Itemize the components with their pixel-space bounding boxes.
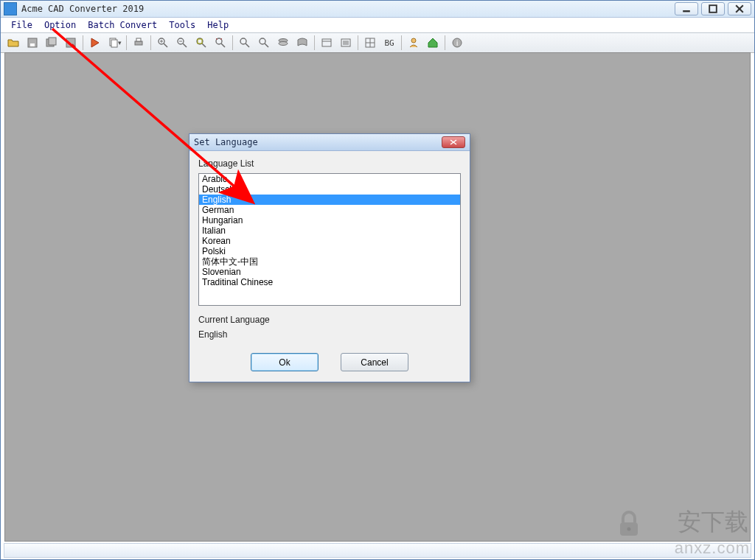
language-list-label: Language List (198, 158, 461, 169)
current-language-label: Current Language (198, 315, 461, 325)
svg-line-25 (221, 43, 225, 47)
svg-rect-7 (49, 38, 56, 45)
language-item[interactable]: Arabic (199, 174, 460, 184)
tb-saveall[interactable] (43, 34, 60, 52)
svg-line-22 (202, 43, 206, 47)
zoomin-icon (157, 37, 169, 49)
svg-line-15 (164, 43, 167, 47)
toolbar-separator (401, 35, 402, 50)
user-icon (408, 37, 420, 49)
svg-point-26 (240, 38, 246, 44)
layout-icon (321, 37, 333, 49)
maximize-button[interactable] (701, 2, 725, 15)
tb-print[interactable] (130, 34, 147, 52)
app-icon (4, 2, 17, 15)
tb-layout[interactable] (318, 34, 335, 52)
svg-rect-23 (198, 39, 202, 43)
tb-saveas[interactable] (62, 34, 80, 52)
tb-grid[interactable] (361, 34, 379, 52)
svg-marker-9 (91, 38, 99, 47)
cancel-button[interactable]: Cancel (341, 353, 408, 371)
svg-rect-12 (135, 41, 142, 45)
current-language-value: English (198, 329, 461, 340)
menubar: File Option Batch Convert Tools Help (1, 18, 754, 33)
language-item[interactable]: 简体中文-中国 (199, 256, 460, 267)
close-button[interactable] (728, 2, 751, 15)
zoomwin-icon (195, 37, 207, 49)
language-item[interactable]: Hungarian (199, 215, 460, 225)
toolbar: ▾ BG i (1, 33, 754, 53)
language-item[interactable]: German (199, 205, 460, 215)
ok-button[interactable]: Ok (251, 353, 319, 371)
language-item[interactable]: Slovenian (199, 267, 460, 277)
app-title: Acme CAD Converter 2019 (21, 4, 144, 14)
main-window: Acme CAD Converter 2019 File Option Batc… (0, 0, 755, 560)
minimize-button[interactable] (675, 2, 698, 15)
tb-zoomout[interactable] (173, 34, 191, 52)
dialog-button-row: Ok Cancel (198, 353, 461, 371)
menu-option[interactable]: Option (38, 18, 82, 32)
toolbar-separator (126, 35, 127, 50)
toolbar-separator (445, 35, 445, 50)
tb-zoomwin[interactable] (192, 34, 210, 52)
set-language-dialog: Set Language Language List ArabicDeutsch… (189, 133, 470, 382)
tb-info[interactable]: i (448, 34, 466, 52)
grid-icon (364, 37, 376, 49)
tb-exec[interactable] (86, 34, 104, 52)
svg-line-19 (183, 43, 187, 47)
tb-view[interactable] (293, 34, 311, 52)
bg-label: BG (384, 38, 394, 48)
language-item[interactable]: English (199, 195, 460, 205)
close-icon (450, 139, 457, 145)
tb-copy[interactable]: ▾ (105, 34, 123, 52)
minimize-icon (681, 3, 692, 15)
toolbar-separator (314, 35, 315, 50)
svg-line-27 (246, 43, 249, 47)
zoomprev-icon (239, 37, 251, 49)
language-item[interactable]: Traditinal Chinese (199, 277, 460, 287)
tb-bg[interactable]: BG (380, 34, 398, 52)
save-icon (27, 37, 38, 49)
toolbar-separator (358, 35, 358, 50)
view-icon (296, 37, 308, 49)
tb-zoomin[interactable] (154, 34, 172, 52)
toolbar-separator (83, 35, 83, 50)
svg-rect-13 (136, 38, 141, 41)
svg-rect-5 (30, 43, 35, 46)
svg-line-29 (265, 43, 268, 47)
language-item[interactable]: Polski (199, 246, 460, 256)
toolbar-separator (232, 35, 233, 50)
tb-save[interactable] (24, 34, 41, 52)
tb-list[interactable] (337, 34, 355, 52)
language-item[interactable]: Korean (199, 236, 460, 246)
statusbar (4, 543, 751, 558)
tb-layer[interactable] (274, 34, 292, 52)
exec-icon (89, 37, 101, 49)
svg-point-31 (279, 42, 288, 46)
menu-batch-convert[interactable]: Batch Convert (82, 18, 163, 32)
menu-help[interactable]: Help (201, 18, 234, 32)
svg-point-41 (411, 38, 416, 43)
dialog-titlebar[interactable]: Set Language (189, 134, 470, 151)
svg-rect-1 (709, 5, 717, 13)
tb-zoomprev[interactable] (236, 34, 254, 52)
home-icon (427, 37, 439, 49)
tb-user[interactable] (405, 34, 422, 52)
tb-zoomext[interactable] (212, 34, 229, 52)
saveall-icon (46, 37, 58, 49)
svg-point-28 (260, 38, 265, 44)
language-item[interactable]: Italian (199, 225, 460, 236)
tb-home[interactable] (424, 34, 442, 52)
dialog-title: Set Language (194, 137, 258, 147)
tb-open[interactable] (4, 34, 22, 52)
language-item[interactable]: Deutsch (199, 184, 460, 195)
svg-rect-11 (111, 40, 117, 47)
language-listbox[interactable]: ArabicDeutschEnglishGermanHungarianItali… (198, 173, 461, 306)
menu-tools[interactable]: Tools (163, 18, 201, 32)
menu-file[interactable]: File (5, 18, 38, 32)
tb-pan[interactable] (255, 34, 273, 52)
layer-icon (277, 37, 289, 49)
dialog-close-button[interactable] (442, 136, 465, 148)
print-icon (133, 37, 145, 49)
list-icon (340, 37, 352, 49)
